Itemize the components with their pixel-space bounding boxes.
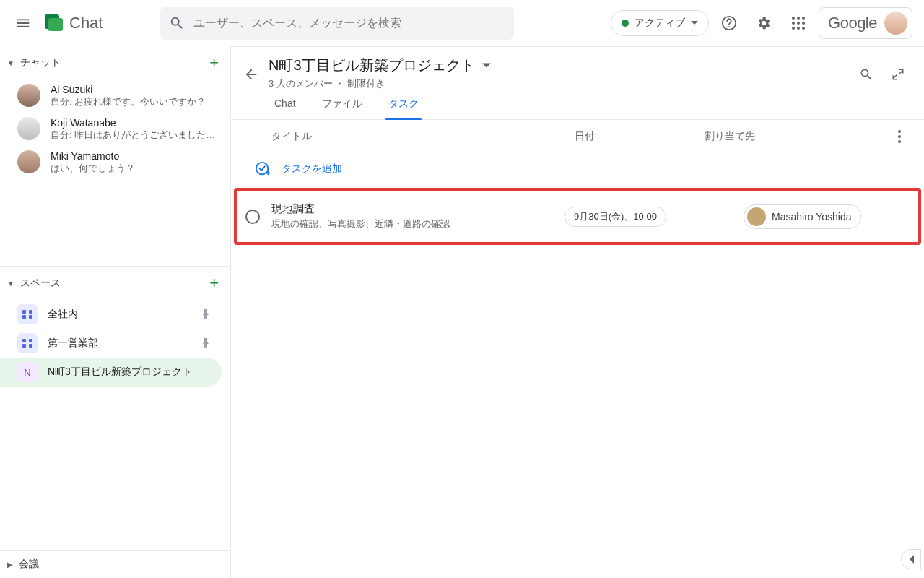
help-button[interactable] [715, 9, 744, 38]
app-header: Chat アクティブ Google [0, 0, 924, 46]
task-list-more-button[interactable] [892, 130, 907, 143]
dm-preview: 自分: 昨日はありがとうございました… [51, 129, 215, 142]
hamburger-icon [15, 15, 31, 31]
space-tabs: Chat ファイル タスク [231, 98, 924, 120]
svg-point-8 [797, 22, 800, 25]
chevron-left-icon [908, 555, 914, 564]
svg-point-7 [792, 22, 795, 25]
presence-status-button[interactable]: アクティブ [611, 10, 709, 36]
add-task-button[interactable]: タスクを追加 [231, 153, 924, 185]
space-title: N町3丁目ビル新築プロジェクト [269, 56, 475, 75]
space-item-active[interactable]: N N町3丁目ビル新築プロジェクト [0, 358, 222, 387]
svg-point-9 [802, 22, 805, 25]
more-vert-icon [898, 130, 901, 143]
tab-tasks[interactable]: タスク [385, 98, 422, 119]
svg-rect-14 [29, 310, 32, 314]
svg-rect-16 [29, 315, 32, 319]
chevron-down-icon[interactable] [482, 61, 491, 70]
task-column-headers: タイトル 日付 割り当て先 [231, 120, 924, 153]
chat-logo-icon [43, 13, 64, 33]
search-bar[interactable] [160, 7, 514, 40]
assignee-avatar-icon [747, 207, 766, 226]
space-icon: N [17, 362, 38, 382]
header-actions: アクティブ Google [611, 7, 918, 39]
svg-rect-17 [22, 339, 26, 342]
assignee-name: Masahiro Yoshida [772, 211, 852, 223]
space-item[interactable]: 全社内 [0, 300, 222, 329]
svg-point-5 [797, 17, 800, 20]
dm-name: Miki Yamamoto [51, 150, 135, 162]
dm-preview: 自分: お疲れ様です。今いいですか？ [51, 95, 206, 108]
expand-icon: ▶ [7, 561, 13, 569]
svg-point-21 [898, 130, 901, 133]
svg-point-12 [802, 27, 805, 30]
space-header: N町3丁目ビル新築プロジェクト 3 人のメンバー ・ 制限付き [231, 47, 924, 90]
task-assignee-chip[interactable]: Masahiro Yoshida [744, 204, 861, 229]
section-label: 会議 [19, 558, 39, 571]
dm-preview: はい、何でしょう？ [51, 162, 135, 175]
space-name: N町3丁目ビル新築プロジェクト [48, 366, 210, 379]
collapse-icon: ▼ [7, 59, 14, 67]
avatar-icon [17, 84, 40, 107]
app-logo[interactable]: Chat [43, 13, 103, 33]
avatar-icon [17, 150, 40, 173]
dm-item[interactable]: Ai Suzuki 自分: お疲れ様です。今いいですか？ [0, 79, 230, 113]
app-name: Chat [69, 14, 103, 33]
side-panel-toggle[interactable] [901, 549, 921, 569]
add-task-label: タスクを追加 [282, 163, 342, 176]
svg-point-22 [898, 135, 901, 138]
search-icon [859, 67, 873, 82]
svg-point-23 [898, 140, 901, 143]
chevron-down-icon [691, 20, 698, 27]
task-title: 現地調査 [271, 202, 565, 216]
task-description: 現地の確認、写真撮影、近隣・道路の確認 [271, 217, 565, 230]
svg-rect-19 [22, 344, 26, 348]
space-item[interactable]: 第一営業部 [0, 329, 222, 358]
account-switcher[interactable]: Google [819, 7, 912, 39]
add-task-icon [254, 160, 271, 178]
main-content: N町3丁目ビル新築プロジェクト 3 人のメンバー ・ 制限付き Chat ファイ… [231, 46, 924, 578]
svg-point-3 [728, 26, 730, 27]
highlighted-task: 現地調査 現地の確認、写真撮影、近隣・道路の確認 9月30日(金)、10:00 … [234, 188, 921, 245]
user-avatar[interactable] [884, 12, 907, 35]
space-icon [17, 333, 38, 353]
collapse-panel-button[interactable] [884, 60, 912, 89]
status-dot-icon [622, 20, 629, 27]
help-icon [721, 15, 737, 31]
task-date-chip[interactable]: 9月30日(金)、10:00 [565, 207, 666, 227]
sidebar-section-chats-header[interactable]: ▼ チャット + [0, 46, 230, 79]
new-space-button[interactable]: + [209, 274, 219, 293]
pin-icon [201, 309, 210, 319]
dm-item[interactable]: Miki Yamamoto はい、何でしょう？ [0, 146, 230, 179]
svg-point-4 [792, 17, 795, 20]
main-menu-button[interactable] [6, 6, 40, 40]
svg-rect-15 [22, 315, 26, 319]
task-row[interactable]: 現地調査 現地の確認、写真撮影、近隣・道路の確認 9月30日(金)、10:00 … [245, 202, 910, 230]
new-chat-button[interactable]: + [209, 53, 219, 72]
svg-point-10 [792, 27, 795, 30]
group-icon [22, 337, 33, 349]
dm-item[interactable]: Koji Watanabe 自分: 昨日はありがとうございました… [0, 113, 230, 146]
gear-icon [756, 15, 772, 31]
tab-chat[interactable]: Chat [271, 98, 299, 119]
task-complete-checkbox[interactable] [245, 210, 260, 224]
dm-name: Koji Watanabe [51, 117, 215, 129]
back-button[interactable] [237, 60, 266, 89]
space-search-button[interactable] [852, 60, 881, 89]
column-title: タイトル [271, 130, 575, 143]
avatar-icon [17, 117, 40, 140]
space-name: 第一営業部 [48, 337, 191, 350]
sidebar-section-spaces-header[interactable]: ▼ スペース + [0, 267, 230, 300]
status-label: アクティブ [635, 17, 685, 30]
svg-point-6 [802, 17, 805, 20]
settings-button[interactable] [749, 9, 778, 38]
tab-files[interactable]: ファイル [319, 98, 365, 119]
group-icon [22, 309, 33, 320]
apps-button[interactable] [784, 9, 813, 38]
pin-icon [201, 338, 210, 348]
arrow-left-icon [243, 66, 259, 82]
sidebar-section-meet-header[interactable]: ▶ 会議 [0, 550, 230, 578]
search-input[interactable] [193, 17, 505, 30]
collapse-icon [892, 68, 905, 81]
space-subtitle: 3 人のメンバー ・ 制限付き [269, 77, 852, 90]
